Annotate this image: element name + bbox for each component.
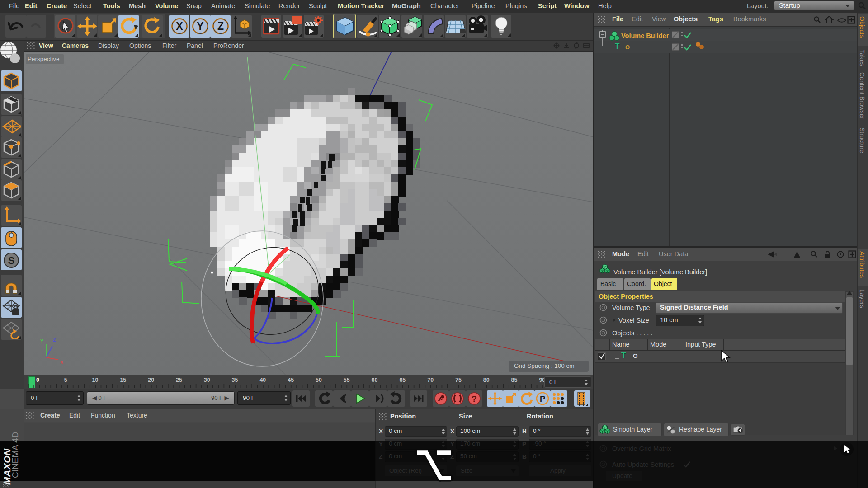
svg-text:Z: Z (217, 20, 224, 32)
svg-text:Z: Z (53, 337, 56, 343)
svg-text:Y: Y (197, 20, 203, 32)
svg-text:S: S (8, 255, 15, 266)
svg-text:X: X (60, 360, 64, 365)
svg-text:?: ? (472, 394, 477, 404)
svg-text:P: P (540, 394, 545, 404)
svg-text:X: X (176, 20, 183, 32)
svg-text:Y: Y (40, 338, 44, 344)
